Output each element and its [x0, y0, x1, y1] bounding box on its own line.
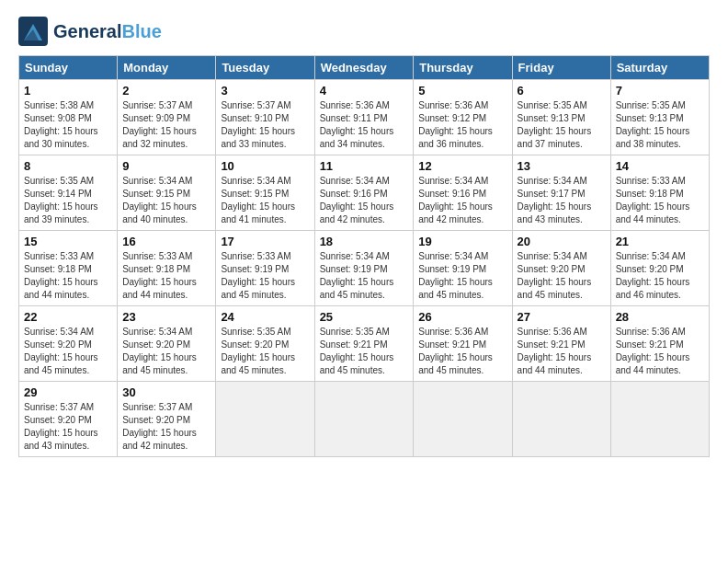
day-info: Sunrise: 5:33 AMSunset: 9:18 PMDaylight:… [616, 175, 704, 226]
calendar-cell: 12Sunrise: 5:34 AMSunset: 9:16 PMDayligh… [414, 155, 512, 231]
day-info: Sunrise: 5:34 AMSunset: 9:20 PMDaylight:… [518, 250, 606, 302]
calendar-cell: 7Sunrise: 5:35 AMSunset: 9:13 PMDaylight… [610, 80, 709, 155]
day-number: 10 [221, 159, 309, 173]
day-number: 13 [518, 159, 606, 173]
day-number: 12 [418, 159, 506, 173]
calendar-cell: 25Sunrise: 5:35 AMSunset: 9:21 PMDayligh… [314, 306, 414, 382]
day-info: Sunrise: 5:35 AMSunset: 9:13 PMDaylight:… [518, 99, 606, 151]
day-info: Sunrise: 5:36 AMSunset: 9:21 PMDaylight:… [616, 326, 704, 377]
calendar-cell [414, 382, 512, 457]
day-info: Sunrise: 5:34 AMSunset: 9:20 PMDaylight:… [24, 326, 112, 377]
calendar-cell: 30Sunrise: 5:37 AMSunset: 9:20 PMDayligh… [118, 382, 216, 457]
day-number: 2 [122, 84, 210, 98]
day-info: Sunrise: 5:37 AMSunset: 9:20 PMDaylight:… [24, 401, 112, 453]
day-number: 3 [221, 84, 309, 98]
day-number: 6 [518, 84, 606, 98]
calendar-cell: 26Sunrise: 5:36 AMSunset: 9:21 PMDayligh… [414, 306, 512, 382]
calendar-cell: 27Sunrise: 5:36 AMSunset: 9:21 PMDayligh… [512, 306, 610, 382]
day-number: 24 [221, 310, 309, 324]
calendar-header-row: SundayMondayTuesdayWednesdayThursdayFrid… [19, 56, 710, 80]
header: GeneralBlue [18, 17, 710, 46]
calendar-cell: 10Sunrise: 5:34 AMSunset: 9:15 PMDayligh… [216, 155, 314, 231]
logo-icon [18, 17, 48, 46]
day-number: 30 [122, 385, 210, 399]
day-number: 8 [24, 159, 112, 173]
calendar-cell: 28Sunrise: 5:36 AMSunset: 9:21 PMDayligh… [610, 306, 709, 382]
day-info: Sunrise: 5:34 AMSunset: 9:15 PMDaylight:… [122, 175, 210, 226]
day-number: 29 [24, 385, 112, 399]
day-info: Sunrise: 5:34 AMSunset: 9:16 PMDaylight:… [418, 175, 506, 226]
calendar-cell: 3Sunrise: 5:37 AMSunset: 9:10 PMDaylight… [216, 80, 314, 155]
day-info: Sunrise: 5:37 AMSunset: 9:10 PMDaylight:… [221, 99, 309, 151]
day-info: Sunrise: 5:35 AMSunset: 9:13 PMDaylight:… [616, 99, 704, 151]
day-number: 11 [320, 159, 409, 173]
day-info: Sunrise: 5:35 AMSunset: 9:14 PMDaylight:… [24, 175, 112, 226]
calendar-cell: 21Sunrise: 5:34 AMSunset: 9:20 PMDayligh… [610, 231, 709, 306]
calendar-cell: 20Sunrise: 5:34 AMSunset: 9:20 PMDayligh… [512, 231, 610, 306]
logo-line1: GeneralBlue [53, 21, 162, 41]
calendar-cell: 16Sunrise: 5:33 AMSunset: 9:18 PMDayligh… [118, 231, 216, 306]
day-number: 21 [616, 235, 704, 248]
weekday-header: Tuesday [216, 56, 314, 80]
day-number: 26 [418, 310, 506, 324]
weekday-header: Friday [512, 56, 610, 80]
calendar-cell: 23Sunrise: 5:34 AMSunset: 9:20 PMDayligh… [118, 306, 216, 382]
day-info: Sunrise: 5:36 AMSunset: 9:11 PMDaylight:… [320, 99, 409, 151]
day-number: 17 [221, 235, 309, 248]
day-info: Sunrise: 5:34 AMSunset: 9:19 PMDaylight:… [320, 250, 409, 302]
calendar-cell: 17Sunrise: 5:33 AMSunset: 9:19 PMDayligh… [216, 231, 314, 306]
calendar-cell: 18Sunrise: 5:34 AMSunset: 9:19 PMDayligh… [314, 231, 414, 306]
weekday-header: Saturday [610, 56, 709, 80]
day-number: 9 [122, 159, 210, 173]
calendar-cell: 13Sunrise: 5:34 AMSunset: 9:17 PMDayligh… [512, 155, 610, 231]
calendar-row: 15Sunrise: 5:33 AMSunset: 9:18 PMDayligh… [19, 231, 710, 306]
day-info: Sunrise: 5:35 AMSunset: 9:21 PMDaylight:… [320, 326, 409, 377]
day-number: 7 [616, 84, 704, 98]
calendar-row: 22Sunrise: 5:34 AMSunset: 9:20 PMDayligh… [19, 306, 710, 382]
calendar-cell: 1Sunrise: 5:38 AMSunset: 9:08 PMDaylight… [19, 80, 118, 155]
calendar-row: 8Sunrise: 5:35 AMSunset: 9:14 PMDaylight… [19, 155, 710, 231]
day-info: Sunrise: 5:34 AMSunset: 9:19 PMDaylight:… [418, 250, 506, 302]
calendar-cell: 2Sunrise: 5:37 AMSunset: 9:09 PMDaylight… [118, 80, 216, 155]
calendar-cell: 9Sunrise: 5:34 AMSunset: 9:15 PMDaylight… [118, 155, 216, 231]
day-info: Sunrise: 5:33 AMSunset: 9:18 PMDaylight:… [24, 250, 112, 302]
day-info: Sunrise: 5:36 AMSunset: 9:21 PMDaylight:… [418, 326, 506, 377]
day-number: 16 [122, 235, 210, 248]
day-number: 14 [616, 159, 704, 173]
weekday-header: Wednesday [314, 56, 414, 80]
calendar-cell [610, 382, 709, 457]
day-info: Sunrise: 5:34 AMSunset: 9:16 PMDaylight:… [320, 175, 409, 226]
calendar-cell: 5Sunrise: 5:36 AMSunset: 9:12 PMDaylight… [414, 80, 512, 155]
day-number: 4 [320, 84, 409, 98]
calendar-cell [512, 382, 610, 457]
day-number: 19 [418, 235, 506, 248]
day-info: Sunrise: 5:34 AMSunset: 9:20 PMDaylight:… [616, 250, 704, 302]
weekday-header: Monday [118, 56, 216, 80]
day-info: Sunrise: 5:34 AMSunset: 9:15 PMDaylight:… [221, 175, 309, 226]
day-number: 1 [24, 84, 112, 98]
day-info: Sunrise: 5:37 AMSunset: 9:20 PMDaylight:… [122, 401, 210, 453]
calendar-table: SundayMondayTuesdayWednesdayThursdayFrid… [18, 55, 710, 457]
calendar-cell: 19Sunrise: 5:34 AMSunset: 9:19 PMDayligh… [414, 231, 512, 306]
calendar-cell [314, 382, 414, 457]
day-number: 5 [418, 84, 506, 98]
day-info: Sunrise: 5:37 AMSunset: 9:09 PMDaylight:… [122, 99, 210, 151]
day-info: Sunrise: 5:36 AMSunset: 9:12 PMDaylight:… [418, 99, 506, 151]
calendar-cell: 14Sunrise: 5:33 AMSunset: 9:18 PMDayligh… [610, 155, 709, 231]
calendar-cell: 22Sunrise: 5:34 AMSunset: 9:20 PMDayligh… [19, 306, 118, 382]
day-info: Sunrise: 5:35 AMSunset: 9:20 PMDaylight:… [221, 326, 309, 377]
calendar-row: 29Sunrise: 5:37 AMSunset: 9:20 PMDayligh… [19, 382, 710, 457]
calendar-cell: 4Sunrise: 5:36 AMSunset: 9:11 PMDaylight… [314, 80, 414, 155]
weekday-header: Sunday [19, 56, 118, 80]
day-info: Sunrise: 5:36 AMSunset: 9:21 PMDaylight:… [518, 326, 606, 377]
logo: GeneralBlue [18, 17, 162, 46]
calendar-cell: 6Sunrise: 5:35 AMSunset: 9:13 PMDaylight… [512, 80, 610, 155]
day-info: Sunrise: 5:33 AMSunset: 9:18 PMDaylight:… [122, 250, 210, 302]
day-info: Sunrise: 5:38 AMSunset: 9:08 PMDaylight:… [24, 99, 112, 151]
day-number: 28 [616, 310, 704, 324]
calendar-cell [216, 382, 314, 457]
calendar-cell: 29Sunrise: 5:37 AMSunset: 9:20 PMDayligh… [19, 382, 118, 457]
calendar-cell: 11Sunrise: 5:34 AMSunset: 9:16 PMDayligh… [314, 155, 414, 231]
day-number: 20 [518, 235, 606, 248]
calendar-cell: 15Sunrise: 5:33 AMSunset: 9:18 PMDayligh… [19, 231, 118, 306]
